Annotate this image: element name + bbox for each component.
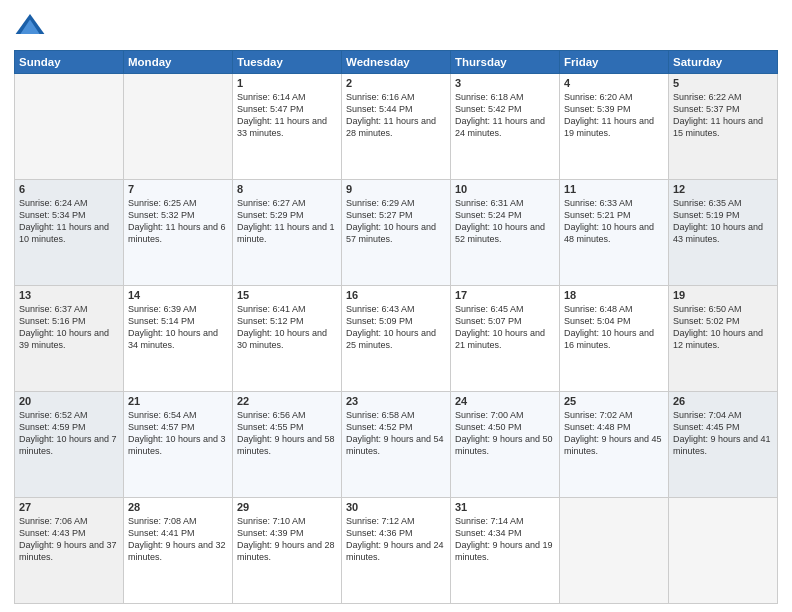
daylight: Daylight: 10 hours and 48 minutes.: [564, 222, 654, 244]
day-cell: 22 Sunrise: 6:56 AM Sunset: 4:55 PM Dayl…: [233, 392, 342, 498]
header-day-thursday: Thursday: [451, 51, 560, 74]
sunrise: Sunrise: 6:25 AM: [128, 198, 197, 208]
day-info: Sunrise: 6:56 AM Sunset: 4:55 PM Dayligh…: [237, 409, 337, 458]
sunrise: Sunrise: 7:10 AM: [237, 516, 306, 526]
sunrise: Sunrise: 7:14 AM: [455, 516, 524, 526]
day-cell: 13 Sunrise: 6:37 AM Sunset: 5:16 PM Dayl…: [15, 286, 124, 392]
sunset: Sunset: 5:07 PM: [455, 316, 522, 326]
sunset: Sunset: 5:12 PM: [237, 316, 304, 326]
daylight: Daylight: 11 hours and 33 minutes.: [237, 116, 327, 138]
day-number: 1: [237, 77, 337, 89]
sunset: Sunset: 5:29 PM: [237, 210, 304, 220]
sunset: Sunset: 5:32 PM: [128, 210, 195, 220]
header-day-friday: Friday: [560, 51, 669, 74]
day-number: 18: [564, 289, 664, 301]
day-cell: 11 Sunrise: 6:33 AM Sunset: 5:21 PM Dayl…: [560, 180, 669, 286]
sunset: Sunset: 4:45 PM: [673, 422, 740, 432]
day-cell: 21 Sunrise: 6:54 AM Sunset: 4:57 PM Dayl…: [124, 392, 233, 498]
day-number: 13: [19, 289, 119, 301]
day-cell: 28 Sunrise: 7:08 AM Sunset: 4:41 PM Dayl…: [124, 498, 233, 604]
daylight: Daylight: 9 hours and 45 minutes.: [564, 434, 662, 456]
sunrise: Sunrise: 6:16 AM: [346, 92, 415, 102]
sunset: Sunset: 5:09 PM: [346, 316, 413, 326]
day-info: Sunrise: 6:14 AM Sunset: 5:47 PM Dayligh…: [237, 91, 337, 140]
sunset: Sunset: 5:21 PM: [564, 210, 631, 220]
day-number: 7: [128, 183, 228, 195]
sunrise: Sunrise: 6:24 AM: [19, 198, 88, 208]
day-cell: [15, 74, 124, 180]
sunrise: Sunrise: 7:08 AM: [128, 516, 197, 526]
day-cell: 8 Sunrise: 6:27 AM Sunset: 5:29 PM Dayli…: [233, 180, 342, 286]
day-number: 21: [128, 395, 228, 407]
daylight: Daylight: 9 hours and 54 minutes.: [346, 434, 444, 456]
day-cell: 19 Sunrise: 6:50 AM Sunset: 5:02 PM Dayl…: [669, 286, 778, 392]
day-info: Sunrise: 7:10 AM Sunset: 4:39 PM Dayligh…: [237, 515, 337, 564]
day-info: Sunrise: 6:31 AM Sunset: 5:24 PM Dayligh…: [455, 197, 555, 246]
sunrise: Sunrise: 6:35 AM: [673, 198, 742, 208]
day-number: 3: [455, 77, 555, 89]
sunrise: Sunrise: 6:43 AM: [346, 304, 415, 314]
day-info: Sunrise: 6:20 AM Sunset: 5:39 PM Dayligh…: [564, 91, 664, 140]
sunrise: Sunrise: 6:45 AM: [455, 304, 524, 314]
day-cell: 4 Sunrise: 6:20 AM Sunset: 5:39 PM Dayli…: [560, 74, 669, 180]
daylight: Daylight: 10 hours and 30 minutes.: [237, 328, 327, 350]
sunset: Sunset: 4:43 PM: [19, 528, 86, 538]
day-info: Sunrise: 6:25 AM Sunset: 5:32 PM Dayligh…: [128, 197, 228, 246]
sunset: Sunset: 5:02 PM: [673, 316, 740, 326]
day-number: 28: [128, 501, 228, 513]
daylight: Daylight: 9 hours and 28 minutes.: [237, 540, 335, 562]
day-info: Sunrise: 6:39 AM Sunset: 5:14 PM Dayligh…: [128, 303, 228, 352]
day-number: 17: [455, 289, 555, 301]
sunrise: Sunrise: 6:56 AM: [237, 410, 306, 420]
day-cell: 23 Sunrise: 6:58 AM Sunset: 4:52 PM Dayl…: [342, 392, 451, 498]
day-cell: 18 Sunrise: 6:48 AM Sunset: 5:04 PM Dayl…: [560, 286, 669, 392]
sunset: Sunset: 5:42 PM: [455, 104, 522, 114]
sunset: Sunset: 4:34 PM: [455, 528, 522, 538]
daylight: Daylight: 9 hours and 19 minutes.: [455, 540, 553, 562]
header-day-monday: Monday: [124, 51, 233, 74]
sunrise: Sunrise: 7:00 AM: [455, 410, 524, 420]
day-number: 6: [19, 183, 119, 195]
day-number: 20: [19, 395, 119, 407]
day-info: Sunrise: 6:24 AM Sunset: 5:34 PM Dayligh…: [19, 197, 119, 246]
day-cell: [669, 498, 778, 604]
daylight: Daylight: 11 hours and 24 minutes.: [455, 116, 545, 138]
sunset: Sunset: 5:39 PM: [564, 104, 631, 114]
sunset: Sunset: 4:48 PM: [564, 422, 631, 432]
sunset: Sunset: 5:24 PM: [455, 210, 522, 220]
day-info: Sunrise: 6:41 AM Sunset: 5:12 PM Dayligh…: [237, 303, 337, 352]
day-number: 19: [673, 289, 773, 301]
sunset: Sunset: 5:16 PM: [19, 316, 86, 326]
week-row-4: 20 Sunrise: 6:52 AM Sunset: 4:59 PM Dayl…: [15, 392, 778, 498]
day-info: Sunrise: 6:48 AM Sunset: 5:04 PM Dayligh…: [564, 303, 664, 352]
sunset: Sunset: 4:36 PM: [346, 528, 413, 538]
day-number: 25: [564, 395, 664, 407]
day-cell: 12 Sunrise: 6:35 AM Sunset: 5:19 PM Dayl…: [669, 180, 778, 286]
day-number: 8: [237, 183, 337, 195]
sunset: Sunset: 5:47 PM: [237, 104, 304, 114]
day-info: Sunrise: 7:06 AM Sunset: 4:43 PM Dayligh…: [19, 515, 119, 564]
sunrise: Sunrise: 6:22 AM: [673, 92, 742, 102]
day-number: 15: [237, 289, 337, 301]
sunrise: Sunrise: 6:54 AM: [128, 410, 197, 420]
daylight: Daylight: 9 hours and 58 minutes.: [237, 434, 335, 456]
day-info: Sunrise: 7:14 AM Sunset: 4:34 PM Dayligh…: [455, 515, 555, 564]
sunrise: Sunrise: 6:58 AM: [346, 410, 415, 420]
day-info: Sunrise: 6:16 AM Sunset: 5:44 PM Dayligh…: [346, 91, 446, 140]
day-cell: 25 Sunrise: 7:02 AM Sunset: 4:48 PM Dayl…: [560, 392, 669, 498]
daylight: Daylight: 9 hours and 37 minutes.: [19, 540, 117, 562]
daylight: Daylight: 10 hours and 52 minutes.: [455, 222, 545, 244]
day-cell: [560, 498, 669, 604]
day-cell: 3 Sunrise: 6:18 AM Sunset: 5:42 PM Dayli…: [451, 74, 560, 180]
day-cell: 7 Sunrise: 6:25 AM Sunset: 5:32 PM Dayli…: [124, 180, 233, 286]
sunrise: Sunrise: 6:18 AM: [455, 92, 524, 102]
week-row-5: 27 Sunrise: 7:06 AM Sunset: 4:43 PM Dayl…: [15, 498, 778, 604]
day-info: Sunrise: 7:02 AM Sunset: 4:48 PM Dayligh…: [564, 409, 664, 458]
day-info: Sunrise: 6:35 AM Sunset: 5:19 PM Dayligh…: [673, 197, 773, 246]
sunrise: Sunrise: 6:27 AM: [237, 198, 306, 208]
daylight: Daylight: 11 hours and 19 minutes.: [564, 116, 654, 138]
day-number: 11: [564, 183, 664, 195]
daylight: Daylight: 10 hours and 16 minutes.: [564, 328, 654, 350]
day-number: 2: [346, 77, 446, 89]
day-cell: 15 Sunrise: 6:41 AM Sunset: 5:12 PM Dayl…: [233, 286, 342, 392]
